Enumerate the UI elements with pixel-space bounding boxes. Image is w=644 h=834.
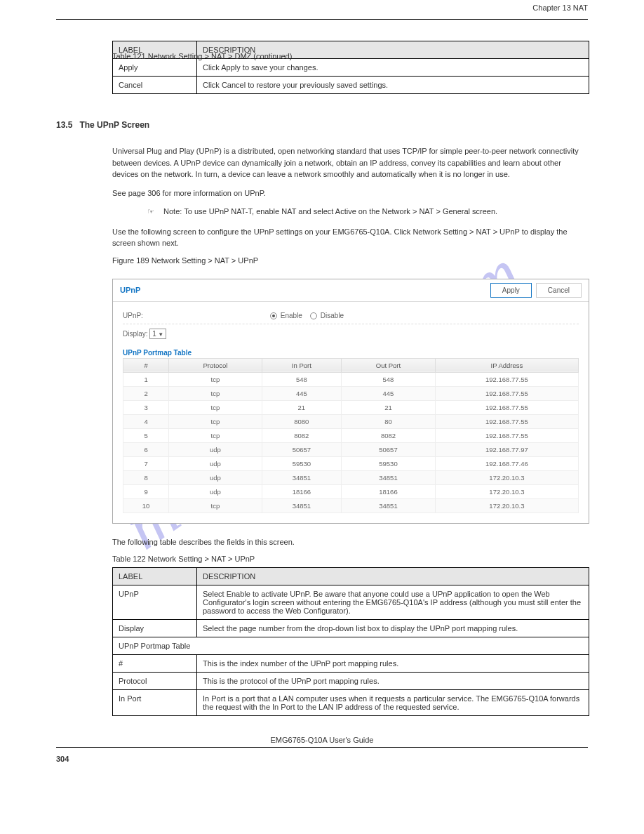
table-row: 10tcp3485134851172.20.10.3 bbox=[123, 498, 579, 512]
cell: 172.20.10.3 bbox=[435, 470, 578, 484]
col-ip: IP Address bbox=[435, 358, 578, 372]
table-row: Apply Click Apply to save your changes. bbox=[113, 59, 589, 77]
hand-icon: ☞ bbox=[147, 206, 161, 218]
upnp-label: UPnP: bbox=[123, 312, 270, 319]
cell-desc: Click Apply to save your changes. bbox=[197, 59, 589, 77]
table-122-caption: Table 122 Network Setting > NAT > UPnP bbox=[112, 555, 588, 563]
display-label: Display: bbox=[123, 330, 148, 338]
cell: 5 bbox=[123, 428, 169, 442]
cell: 21 bbox=[262, 400, 341, 414]
cell: 192.168.77.55 bbox=[435, 372, 578, 386]
cell: 4 bbox=[123, 414, 169, 428]
table-121-caption: Table 121 Network Setting > NAT > DMZ (c… bbox=[112, 52, 588, 60]
section-paragraph: Universal Plug and Play (UPnP) is a dist… bbox=[112, 145, 589, 180]
footer-center: EMG6765-Q10A User's Guide bbox=[56, 736, 588, 744]
cell: 1 bbox=[123, 372, 169, 386]
cell: udp bbox=[169, 484, 262, 498]
disable-label: Disable bbox=[321, 312, 344, 319]
cell-desc: This is the protocol of the UPnP port ma… bbox=[197, 673, 589, 690]
table-row: 8udp3485134851172.20.10.3 bbox=[123, 470, 579, 484]
table-row: Cancel Click Cancel to restore your prev… bbox=[113, 77, 589, 94]
cell: 192.168.77.55 bbox=[435, 414, 578, 428]
pre-table-text: The following table describes the fields… bbox=[112, 536, 589, 548]
note-text: To use UPnP NAT-T, enable NAT and select… bbox=[184, 207, 497, 216]
cell: tcp bbox=[169, 414, 262, 428]
page-number: 304 bbox=[56, 755, 588, 763]
cell-label: Protocol bbox=[113, 673, 197, 690]
table-row: 6udp5065750657192.168.77.97 bbox=[123, 442, 579, 456]
note-prefix: Note: bbox=[163, 207, 182, 216]
cancel-button[interactable]: Cancel bbox=[536, 283, 582, 298]
cell: tcp bbox=[169, 400, 262, 414]
section-number: 13.5 bbox=[56, 120, 72, 130]
cell: 548 bbox=[342, 372, 436, 386]
cell: 172.20.10.3 bbox=[435, 484, 578, 498]
cell-span: UPnP Portmap Table bbox=[113, 637, 589, 655]
cell: tcp bbox=[169, 498, 262, 512]
table-row: 2tcp445445192.168.77.55 bbox=[123, 386, 579, 400]
table-row: 5tcp80828082192.168.77.55 bbox=[123, 428, 579, 442]
table-121: LABEL DESCRIPTION Apply Click Apply to s… bbox=[112, 41, 589, 94]
table-row: 1tcp548548192.168.77.55 bbox=[123, 372, 579, 386]
col-inport: In Port bbox=[262, 358, 341, 372]
cell: 80 bbox=[342, 414, 436, 428]
col-description: DESCRIPTION bbox=[197, 568, 589, 585]
cell-label: Apply bbox=[113, 59, 197, 77]
cell: 18166 bbox=[262, 484, 341, 498]
table-row: UPnP Portmap Table bbox=[113, 637, 589, 655]
cell: 8082 bbox=[262, 428, 341, 442]
cell-desc: Select the page number from the drop-dow… bbox=[197, 620, 589, 637]
table-row: 3tcp2121192.168.77.55 bbox=[123, 400, 579, 414]
note-box: ☞ Note: To use UPnP NAT-T, enable NAT an… bbox=[147, 206, 589, 218]
cell: 8082 bbox=[342, 428, 436, 442]
cell: 18166 bbox=[342, 484, 436, 498]
cell-desc: Click Cancel to restore your previously … bbox=[197, 77, 589, 94]
radio-disable[interactable] bbox=[310, 312, 317, 319]
cell: 172.20.10.3 bbox=[435, 498, 578, 512]
cell: 21 bbox=[342, 400, 436, 414]
panel-header: UPnP Apply Cancel bbox=[113, 279, 589, 302]
apply-button[interactable]: Apply bbox=[490, 283, 532, 298]
display-select[interactable]: 1 bbox=[149, 329, 166, 339]
cell-label: Display bbox=[113, 620, 197, 637]
table-row: 9udp1816618166172.20.10.3 bbox=[123, 484, 579, 498]
cell-label: Cancel bbox=[113, 77, 197, 94]
section-title: The UPnP Screen bbox=[79, 120, 149, 130]
cell: tcp bbox=[169, 428, 262, 442]
cell: 192.168.77.55 bbox=[435, 400, 578, 414]
cell: 3 bbox=[123, 400, 169, 414]
bottom-rule bbox=[56, 747, 588, 748]
cell: 59530 bbox=[342, 456, 436, 470]
cell: 7 bbox=[123, 456, 169, 470]
table-header-row: # Protocol In Port Out Port IP Address bbox=[123, 358, 579, 372]
radio-enable[interactable] bbox=[270, 312, 277, 319]
table-row: In Port In Port is a port that a LAN com… bbox=[113, 690, 589, 716]
cell: udp bbox=[169, 442, 262, 456]
table-row: UPnP Select Enable to activate UPnP. Be … bbox=[113, 585, 589, 620]
cell: 6 bbox=[123, 442, 169, 456]
section-heading: 13.5 The UPnP Screen bbox=[56, 120, 589, 130]
cell: 445 bbox=[342, 386, 436, 400]
cell-label: # bbox=[113, 655, 197, 673]
display-row: Display: 1 bbox=[123, 324, 579, 343]
col-index: # bbox=[123, 358, 169, 372]
cell: 445 bbox=[262, 386, 341, 400]
cell-label: In Port bbox=[113, 690, 197, 716]
use-text: Use the following screen to configure th… bbox=[112, 226, 589, 249]
cell: 192.168.77.46 bbox=[435, 456, 578, 470]
panel-title: UPnP bbox=[120, 286, 486, 294]
cell: tcp bbox=[169, 372, 262, 386]
cell: 50657 bbox=[262, 442, 341, 456]
chapter-header: Chapter 13 NAT bbox=[56, 4, 588, 12]
cell: 34851 bbox=[262, 498, 341, 512]
cell: 548 bbox=[262, 372, 341, 386]
table-row: Display Select the page number from the … bbox=[113, 620, 589, 637]
cell: 50657 bbox=[342, 442, 436, 456]
cell: 34851 bbox=[262, 470, 341, 484]
cell: 192.168.77.55 bbox=[435, 386, 578, 400]
table-row: 7udp5953059530192.168.77.46 bbox=[123, 456, 579, 470]
portmap-table-title: UPnP Portmap Table bbox=[123, 349, 579, 357]
table-row: 4tcp808080192.168.77.55 bbox=[123, 414, 579, 428]
cell: udp bbox=[169, 470, 262, 484]
col-protocol: Protocol bbox=[169, 358, 262, 372]
